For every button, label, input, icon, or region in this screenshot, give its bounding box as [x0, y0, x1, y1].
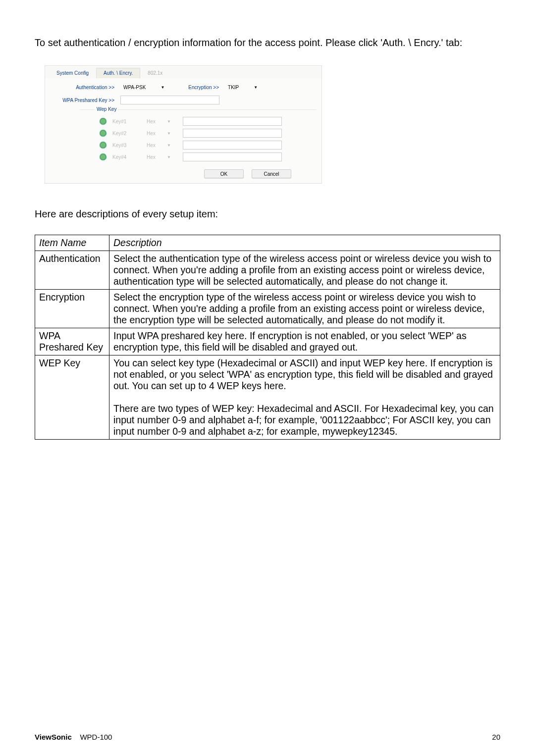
- cell-item-name: WEP Key: [35, 355, 109, 440]
- chevron-down-icon: ▼: [254, 85, 258, 90]
- footer-model: WPD-100: [80, 733, 112, 741]
- tabs-row: System Config Auth. \ Encry. 802.1x: [45, 66, 321, 78]
- psk-label: WPA Preshared Key >>: [50, 98, 114, 103]
- enc-label: Encryption >>: [188, 85, 219, 90]
- auth-label: Authentication >>: [50, 85, 114, 90]
- chevron-down-icon: ▼: [167, 143, 171, 148]
- tab-8021x[interactable]: 802.1x: [140, 68, 170, 78]
- wep-row: Key#4 Hex ▼: [100, 152, 317, 161]
- enc-dropdown[interactable]: TKIP ▼: [225, 84, 261, 91]
- wep-legend: Wep Key: [95, 106, 118, 112]
- wep-type-dropdown[interactable]: Hex: [141, 119, 161, 124]
- radio-icon[interactable]: [100, 118, 107, 125]
- desc-intro: Here are descriptions of every setup ite…: [35, 208, 500, 220]
- table-row: WPA Preshared Key Input WPA preshared ke…: [35, 328, 500, 355]
- wep-fieldset: Wep Key Key#1 Hex ▼ Key#2 Hex ▼ Key#3 He…: [80, 109, 317, 183]
- table-row: Encryption Select the encryption type of…: [35, 290, 500, 328]
- description-table: Item Name Description Authentication Sel…: [35, 235, 500, 440]
- chevron-down-icon: ▼: [167, 131, 171, 136]
- wep-key-label: Key#1: [112, 119, 135, 124]
- psk-input[interactable]: [120, 96, 219, 104]
- wep-row: Key#3 Hex ▼: [100, 141, 317, 150]
- wep-key-label: Key#4: [112, 154, 135, 160]
- auth-value: WPA-PSK: [123, 85, 146, 90]
- auth-dropdown[interactable]: WPA-PSK ▼: [120, 84, 167, 91]
- radio-icon[interactable]: [100, 153, 107, 160]
- table-row: Authentication Select the authentication…: [35, 251, 500, 290]
- wep-type-dropdown[interactable]: Hex: [141, 154, 161, 160]
- dialog-body: Authentication >> WPA-PSK ▼ Encryption >…: [45, 78, 321, 183]
- cell-description: Select the authentication type of the wi…: [109, 251, 500, 290]
- radio-icon[interactable]: [100, 142, 107, 149]
- tab-auth-encry[interactable]: Auth. \ Encry.: [96, 68, 140, 78]
- cell-item-name: WPA Preshared Key: [35, 328, 109, 355]
- footer: ViewSonic WPD-100 20: [35, 733, 500, 741]
- wep-type-dropdown[interactable]: Hex: [141, 131, 161, 136]
- cell-item-name: Authentication: [35, 251, 109, 290]
- wep-key-input[interactable]: [183, 117, 282, 126]
- wep-row: Key#1 Hex ▼: [100, 117, 317, 126]
- footer-brand: ViewSonic: [35, 733, 72, 741]
- wep-type-dropdown[interactable]: Hex: [141, 143, 161, 148]
- wep-key-input[interactable]: [183, 129, 282, 138]
- table-header-desc: Description: [109, 235, 500, 251]
- wep-row: Key#2 Hex ▼: [100, 129, 317, 138]
- cancel-button[interactable]: Cancel: [252, 169, 291, 178]
- wep-key-label: Key#3: [112, 143, 135, 148]
- wep-key-input[interactable]: [183, 152, 282, 161]
- cell-item-name: Encryption: [35, 290, 109, 328]
- enc-value: TKIP: [228, 85, 239, 90]
- chevron-down-icon: ▼: [167, 119, 171, 124]
- wep-key-input[interactable]: [183, 141, 282, 150]
- page-number: 20: [492, 733, 500, 741]
- radio-icon[interactable]: [100, 130, 107, 137]
- intro-paragraph: To set authentication / encryption infor…: [35, 35, 500, 50]
- ok-button[interactable]: OK: [204, 169, 244, 178]
- chevron-down-icon: ▼: [167, 155, 171, 159]
- cell-description: Select the encryption type of the wirele…: [109, 290, 500, 328]
- tab-system-config[interactable]: System Config: [49, 68, 96, 78]
- cell-description: Input WPA preshared key here. If encrypt…: [109, 328, 500, 355]
- dialog-screenshot: System Config Auth. \ Encry. 802.1x Auth…: [45, 65, 322, 184]
- wep-key-label: Key#2: [112, 131, 135, 136]
- table-header-name: Item Name: [35, 235, 109, 251]
- cell-description: You can select key type (Hexadecimal or …: [109, 355, 500, 440]
- chevron-down-icon: ▼: [160, 85, 164, 90]
- table-row: WEP Key You can select key type (Hexadec…: [35, 355, 500, 440]
